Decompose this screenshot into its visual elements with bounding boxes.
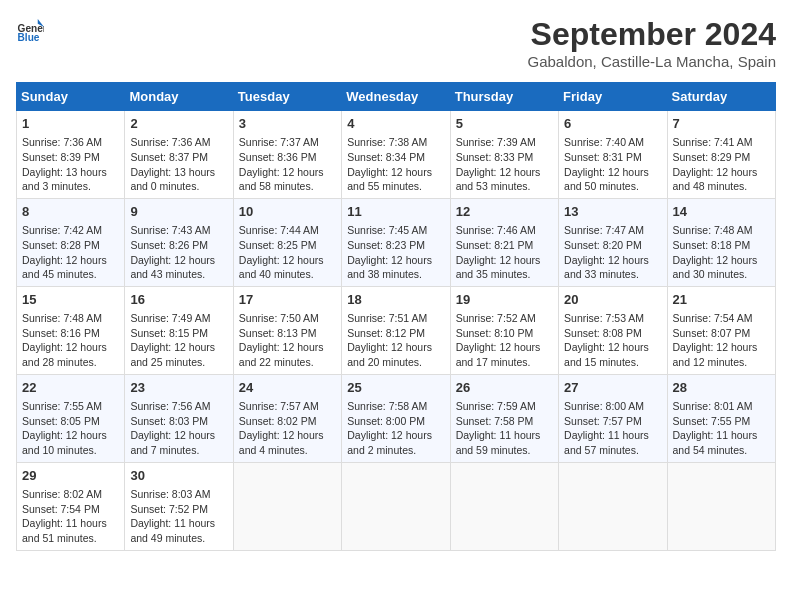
sunset-text: Sunset: 8:02 PM <box>239 415 317 427</box>
day-number: 19 <box>456 291 553 309</box>
daylight-text: Daylight: 12 hours and 7 minutes. <box>130 429 215 456</box>
sunset-text: Sunset: 8:18 PM <box>673 239 751 251</box>
daylight-text: Daylight: 12 hours and 28 minutes. <box>22 341 107 368</box>
calendar-cell: 9Sunrise: 7:43 AMSunset: 8:26 PMDaylight… <box>125 198 233 286</box>
day-number: 9 <box>130 203 227 221</box>
daylight-text: Daylight: 13 hours and 3 minutes. <box>22 166 107 193</box>
sunset-text: Sunset: 7:58 PM <box>456 415 534 427</box>
calendar-cell: 4Sunrise: 7:38 AMSunset: 8:34 PMDaylight… <box>342 111 450 199</box>
day-number: 8 <box>22 203 119 221</box>
sunset-text: Sunset: 8:10 PM <box>456 327 534 339</box>
sunset-text: Sunset: 8:03 PM <box>130 415 208 427</box>
sunset-text: Sunset: 8:21 PM <box>456 239 534 251</box>
sunset-text: Sunset: 7:54 PM <box>22 503 100 515</box>
daylight-text: Daylight: 12 hours and 35 minutes. <box>456 254 541 281</box>
sunrise-text: Sunrise: 7:39 AM <box>456 136 536 148</box>
day-number: 29 <box>22 467 119 485</box>
sunset-text: Sunset: 8:00 PM <box>347 415 425 427</box>
sunrise-text: Sunrise: 7:48 AM <box>22 312 102 324</box>
day-number: 7 <box>673 115 770 133</box>
calendar-cell: 8Sunrise: 7:42 AMSunset: 8:28 PMDaylight… <box>17 198 125 286</box>
sunset-text: Sunset: 8:33 PM <box>456 151 534 163</box>
calendar-cell: 10Sunrise: 7:44 AMSunset: 8:25 PMDayligh… <box>233 198 341 286</box>
sunset-text: Sunset: 8:39 PM <box>22 151 100 163</box>
day-number: 20 <box>564 291 661 309</box>
sunset-text: Sunset: 8:16 PM <box>22 327 100 339</box>
location-title: Gabaldon, Castille-La Mancha, Spain <box>528 53 776 70</box>
weekday-header-monday: Monday <box>125 83 233 111</box>
daylight-text: Daylight: 12 hours and 2 minutes. <box>347 429 432 456</box>
daylight-text: Daylight: 12 hours and 45 minutes. <box>22 254 107 281</box>
calendar-cell: 18Sunrise: 7:51 AMSunset: 8:12 PMDayligh… <box>342 286 450 374</box>
calendar-cell: 28Sunrise: 8:01 AMSunset: 7:55 PMDayligh… <box>667 374 775 462</box>
sunrise-text: Sunrise: 7:45 AM <box>347 224 427 236</box>
calendar-cell: 7Sunrise: 7:41 AMSunset: 8:29 PMDaylight… <box>667 111 775 199</box>
day-number: 26 <box>456 379 553 397</box>
day-number: 4 <box>347 115 444 133</box>
day-number: 12 <box>456 203 553 221</box>
daylight-text: Daylight: 11 hours and 51 minutes. <box>22 517 107 544</box>
weekday-header-tuesday: Tuesday <box>233 83 341 111</box>
sunrise-text: Sunrise: 7:42 AM <box>22 224 102 236</box>
daylight-text: Daylight: 12 hours and 48 minutes. <box>673 166 758 193</box>
sunset-text: Sunset: 8:07 PM <box>673 327 751 339</box>
sunset-text: Sunset: 8:12 PM <box>347 327 425 339</box>
sunrise-text: Sunrise: 7:41 AM <box>673 136 753 148</box>
daylight-text: Daylight: 12 hours and 20 minutes. <box>347 341 432 368</box>
week-row-4: 22Sunrise: 7:55 AMSunset: 8:05 PMDayligh… <box>17 374 776 462</box>
calendar-cell: 16Sunrise: 7:49 AMSunset: 8:15 PMDayligh… <box>125 286 233 374</box>
weekday-header-thursday: Thursday <box>450 83 558 111</box>
calendar-cell: 12Sunrise: 7:46 AMSunset: 8:21 PMDayligh… <box>450 198 558 286</box>
sunrise-text: Sunrise: 7:38 AM <box>347 136 427 148</box>
sunset-text: Sunset: 8:34 PM <box>347 151 425 163</box>
title-area: September 2024 Gabaldon, Castille-La Man… <box>528 16 776 70</box>
daylight-text: Daylight: 11 hours and 59 minutes. <box>456 429 541 456</box>
sunrise-text: Sunrise: 8:00 AM <box>564 400 644 412</box>
sunset-text: Sunset: 8:20 PM <box>564 239 642 251</box>
sunrise-text: Sunrise: 7:58 AM <box>347 400 427 412</box>
daylight-text: Daylight: 12 hours and 38 minutes. <box>347 254 432 281</box>
sunset-text: Sunset: 7:52 PM <box>130 503 208 515</box>
day-number: 30 <box>130 467 227 485</box>
week-row-5: 29Sunrise: 8:02 AMSunset: 7:54 PMDayligh… <box>17 462 776 550</box>
day-number: 16 <box>130 291 227 309</box>
day-number: 22 <box>22 379 119 397</box>
week-row-1: 1Sunrise: 7:36 AMSunset: 8:39 PMDaylight… <box>17 111 776 199</box>
daylight-text: Daylight: 12 hours and 17 minutes. <box>456 341 541 368</box>
logo-icon: General Blue <box>16 16 44 44</box>
sunset-text: Sunset: 8:29 PM <box>673 151 751 163</box>
calendar-cell: 6Sunrise: 7:40 AMSunset: 8:31 PMDaylight… <box>559 111 667 199</box>
daylight-text: Daylight: 12 hours and 15 minutes. <box>564 341 649 368</box>
daylight-text: Daylight: 12 hours and 55 minutes. <box>347 166 432 193</box>
weekday-header-wednesday: Wednesday <box>342 83 450 111</box>
sunset-text: Sunset: 7:57 PM <box>564 415 642 427</box>
day-number: 18 <box>347 291 444 309</box>
sunrise-text: Sunrise: 7:43 AM <box>130 224 210 236</box>
daylight-text: Daylight: 12 hours and 4 minutes. <box>239 429 324 456</box>
sunrise-text: Sunrise: 7:49 AM <box>130 312 210 324</box>
sunrise-text: Sunrise: 7:53 AM <box>564 312 644 324</box>
daylight-text: Daylight: 12 hours and 25 minutes. <box>130 341 215 368</box>
weekday-header-friday: Friday <box>559 83 667 111</box>
daylight-text: Daylight: 12 hours and 33 minutes. <box>564 254 649 281</box>
daylight-text: Daylight: 13 hours and 0 minutes. <box>130 166 215 193</box>
calendar-table: SundayMondayTuesdayWednesdayThursdayFrid… <box>16 82 776 551</box>
daylight-text: Daylight: 12 hours and 50 minutes. <box>564 166 649 193</box>
calendar-cell: 15Sunrise: 7:48 AMSunset: 8:16 PMDayligh… <box>17 286 125 374</box>
sunset-text: Sunset: 8:31 PM <box>564 151 642 163</box>
daylight-text: Daylight: 12 hours and 10 minutes. <box>22 429 107 456</box>
day-number: 5 <box>456 115 553 133</box>
sunrise-text: Sunrise: 7:46 AM <box>456 224 536 236</box>
daylight-text: Daylight: 12 hours and 53 minutes. <box>456 166 541 193</box>
daylight-text: Daylight: 11 hours and 49 minutes. <box>130 517 215 544</box>
sunrise-text: Sunrise: 7:36 AM <box>22 136 102 148</box>
daylight-text: Daylight: 12 hours and 30 minutes. <box>673 254 758 281</box>
sunrise-text: Sunrise: 8:03 AM <box>130 488 210 500</box>
daylight-text: Daylight: 12 hours and 40 minutes. <box>239 254 324 281</box>
calendar-cell <box>559 462 667 550</box>
svg-text:Blue: Blue <box>18 32 40 43</box>
calendar-cell: 30Sunrise: 8:03 AMSunset: 7:52 PMDayligh… <box>125 462 233 550</box>
logo: General Blue <box>16 16 44 44</box>
weekday-header-sunday: Sunday <box>17 83 125 111</box>
sunset-text: Sunset: 8:15 PM <box>130 327 208 339</box>
